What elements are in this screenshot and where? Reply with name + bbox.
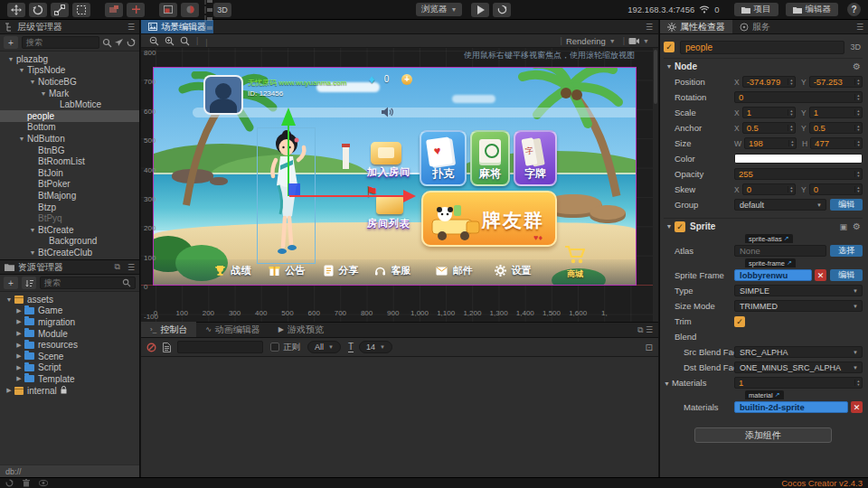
expand-arrow-icon[interactable]: ▶ <box>14 330 24 337</box>
hierarchy-node-BtPoker[interactable]: BtPoker <box>0 179 139 191</box>
panel-menu-icon[interactable]: ☰ <box>127 263 135 272</box>
hierarchy-node-TipsNode[interactable]: ▼TipsNode <box>0 65 139 77</box>
add-diamond-button[interactable]: + <box>401 74 412 85</box>
help-button[interactable]: ? <box>847 3 861 16</box>
zipai-card-button[interactable]: 字牌 <box>514 130 557 186</box>
hierarchy-node-BtMajong[interactable]: BtMajong <box>0 190 139 202</box>
console-output[interactable] <box>141 357 658 477</box>
sprite-section-header[interactable]: ▼ ✓ Sprite ▣ ⚙ <box>664 218 863 234</box>
rotate-tool-button[interactable] <box>29 3 47 17</box>
hierarchy-node-Mark[interactable]: ▼Mark <box>0 88 139 99</box>
tab-properties[interactable]: 属性检查器 <box>660 20 732 33</box>
clear-console-icon[interactable] <box>146 343 156 352</box>
expand-arrow-icon[interactable]: ▼ <box>27 79 38 85</box>
console-panel-menu-icon[interactable]: ⧉ ☰ <box>637 325 653 335</box>
player-avatar[interactable] <box>203 75 243 115</box>
hierarchy-node-LabMotice[interactable]: LabMotice <box>0 99 139 110</box>
asset-node-resources[interactable]: ▶resources <box>0 339 139 351</box>
help-doc-icon[interactable]: ▣ <box>840 222 848 231</box>
log-level-dropdown[interactable]: All ▼ <box>307 341 341 353</box>
gizmo-position-button[interactable] <box>105 3 123 17</box>
refresh-button[interactable] <box>493 3 511 17</box>
asset-node-Scene[interactable]: ▶Scene <box>0 351 139 362</box>
expand-arrow-icon[interactable]: ▼ <box>16 136 27 142</box>
hierarchy-node-BtCreate[interactable]: ▼BtCreate <box>0 224 139 236</box>
create-node-button[interactable]: + <box>4 36 18 49</box>
hierarchy-node-BtRoomList[interactable]: BtRoomList <box>0 155 139 167</box>
open-editor-button[interactable]: 编辑器 <box>786 3 839 16</box>
hierarchy-node-BtPyq[interactable]: BtPyq <box>0 212 139 224</box>
mahjong-card-button[interactable]: 麻将 <box>470 130 510 186</box>
material-input[interactable]: builtin-2d-sprite <box>734 401 848 413</box>
expand-arrow-icon[interactable]: ▼ <box>38 90 49 97</box>
hierarchy-node-Btzp[interactable]: Btzp <box>0 202 139 213</box>
expand-arrow-icon[interactable]: ▶ <box>14 364 24 371</box>
sort-assets-button[interactable] <box>22 277 36 289</box>
tab-game-preview[interactable]: ▶游戏预览 <box>269 322 333 337</box>
rotation-field[interactable]: 0▴▾ <box>734 91 863 103</box>
clear-sprite-frame-button[interactable]: ✕ <box>815 269 826 281</box>
panel-menu-icon[interactable]: ☰ <box>127 23 135 32</box>
sprite-enabled-checkbox[interactable]: ✓ <box>675 221 685 232</box>
collapse-icon[interactable]: ▼ <box>664 63 675 70</box>
gizmo-xy-handle[interactable] <box>288 183 300 195</box>
camera-icon[interactable] <box>628 37 639 45</box>
position-y-field[interactable]: -57.253▴▾ <box>809 76 863 88</box>
refresh-tree-icon[interactable] <box>127 38 136 47</box>
assets-extra-icon[interactable]: ⧉ <box>114 262 119 272</box>
preview-target-dropdown[interactable]: 浏览器 ▼ <box>416 3 462 16</box>
regex-checkbox[interactable] <box>270 343 279 352</box>
gizmo-global-button[interactable] <box>181 3 199 17</box>
scale-x-field[interactable]: 1▴▾ <box>742 107 796 118</box>
hierarchy-node-BtJoin[interactable]: BtJoin <box>0 167 139 179</box>
atlas-input[interactable]: None <box>734 245 826 257</box>
room-list-button[interactable]: 房间列表 <box>360 217 418 230</box>
gear-icon[interactable]: ⚙ <box>853 221 861 231</box>
search-icon[interactable] <box>102 38 112 48</box>
clear-material-button[interactable]: ✕ <box>851 401 863 413</box>
anchor-y-field[interactable]: 0.5▴▾ <box>809 122 863 134</box>
tab-animation-editor[interactable]: ∿动画编辑器 <box>196 322 269 337</box>
trash-icon[interactable] <box>23 479 30 487</box>
locate-node-icon[interactable] <box>115 38 124 47</box>
edit-sprite-frame-button[interactable]: 编辑 <box>830 269 863 281</box>
expand-arrow-icon[interactable]: ▶ <box>14 342 24 349</box>
select-atlas-button[interactable]: 选择 <box>830 245 863 257</box>
gizmo-anchor-button[interactable] <box>127 3 145 17</box>
expand-arrow-icon[interactable]: ▶ <box>4 387 14 394</box>
log-file-icon[interactable] <box>163 343 171 352</box>
opacity-field[interactable]: 255▴▾ <box>734 168 863 180</box>
tab-services[interactable]: 服务 <box>732 20 778 33</box>
expand-arrow-icon[interactable]: ▶ <box>14 318 24 325</box>
align-icon[interactable] <box>204 23 213 33</box>
room-list-icon[interactable] <box>376 195 403 214</box>
assets-search-input[interactable]: 搜索 <box>40 277 136 289</box>
asset-node-Game[interactable]: ▶Game <box>0 305 139 317</box>
hierarchy-node-Bottom[interactable]: Bottom <box>0 122 139 134</box>
support-button[interactable]: 客服 <box>366 264 419 277</box>
hierarchy-node-people[interactable]: people <box>0 110 139 122</box>
collapse-icon[interactable]: ▼ <box>664 223 675 230</box>
gizmo-y-arrowhead[interactable] <box>281 108 296 126</box>
hierarchy-node-Background[interactable]: Background <box>0 236 139 248</box>
gear-icon[interactable]: ⚙ <box>853 61 861 71</box>
dst-blend-dropdown[interactable]: ONE_MINUS_SRC_ALPHA▼ <box>734 361 863 373</box>
share-button[interactable]: 分享 <box>315 264 367 277</box>
scale-y-field[interactable]: 1▴▾ <box>809 107 863 118</box>
hierarchy-node-NdButton[interactable]: ▼NdButton <box>0 133 139 145</box>
asset-node-Module[interactable]: ▶Module <box>0 328 139 340</box>
shop-button[interactable]: 商城 <box>550 245 600 280</box>
panel-menu-icon[interactable]: ☰ <box>856 23 863 32</box>
rendering-dropdown[interactable]: Rendering <box>566 36 606 46</box>
size-h-field[interactable]: 477▴▾ <box>810 137 863 149</box>
expand-arrow-icon[interactable]: ▼ <box>27 249 38 256</box>
zoom-in-icon[interactable] <box>165 36 175 46</box>
asset-node-Script[interactable]: ▶Script <box>0 362 139 374</box>
hierarchy-node-plazabg[interactable]: ▼plazabg <box>0 53 139 65</box>
hierarchy-node-BtnBG[interactable]: BtnBG <box>0 145 139 156</box>
align-icon[interactable] <box>204 14 213 23</box>
src-blend-dropdown[interactable]: SRC_ALPHA▼ <box>734 346 863 358</box>
eye-icon[interactable] <box>39 480 48 486</box>
trim-checkbox[interactable]: ✓ <box>734 316 745 327</box>
gizmo-local-button[interactable] <box>159 3 177 17</box>
